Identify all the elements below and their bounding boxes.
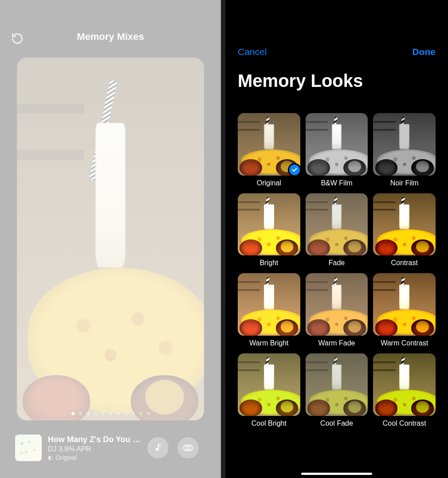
music-artist: DJ 3.9% APR xyxy=(48,445,141,453)
music-look-indicator: ◐ Original xyxy=(48,454,141,461)
look-thumbnail xyxy=(306,193,368,256)
back-button[interactable] xyxy=(10,31,25,46)
look-item[interactable]: B&W Film xyxy=(306,113,368,187)
selected-check-badge xyxy=(288,163,300,176)
look-thumbnail xyxy=(238,353,300,416)
look-item[interactable]: Warm Fade xyxy=(306,273,368,347)
page-dot[interactable] xyxy=(94,412,97,415)
page-dot[interactable] xyxy=(102,412,105,415)
memory-photo xyxy=(17,58,204,420)
music-title: How Many Z's Do You Z In… xyxy=(48,435,141,444)
memory-mixes-title: Memory Mixes xyxy=(77,31,144,43)
look-label: Warm Contrast xyxy=(381,339,428,347)
look-preview-image xyxy=(238,273,300,336)
memory-mixes-screen: Memory Mixes How Many Z's Do You Z In… D… xyxy=(0,0,221,478)
memory-looks-screen: Cancel Done Memory Looks OriginalB&W Fil… xyxy=(225,0,448,478)
filters-icon xyxy=(182,442,194,454)
music-metadata: How Many Z's Do You Z In… DJ 3.9% APR ◐ … xyxy=(48,435,141,461)
look-label: Noir Film xyxy=(390,179,419,187)
page-dot[interactable] xyxy=(132,412,135,415)
cancel-button[interactable]: Cancel xyxy=(238,47,267,57)
page-dot[interactable] xyxy=(109,412,112,415)
look-item[interactable]: Cool Bright xyxy=(238,353,300,427)
home-indicator[interactable] xyxy=(301,473,372,475)
page-dot[interactable] xyxy=(124,412,127,415)
look-item[interactable]: Cool Contrast xyxy=(373,353,436,427)
page-dot[interactable] xyxy=(79,412,82,415)
memory-looks-title: Memory Looks xyxy=(238,71,363,91)
music-bar: How Many Z's Do You Z In… DJ 3.9% APR ◐ … xyxy=(15,430,206,466)
memory-looks-button[interactable] xyxy=(177,437,199,458)
look-thumbnail xyxy=(238,273,300,336)
done-button[interactable]: Done xyxy=(413,47,436,57)
music-look-label: Original xyxy=(55,454,77,461)
look-thumbnail xyxy=(373,273,436,336)
page-dot[interactable] xyxy=(139,412,142,415)
look-thumbnail xyxy=(306,273,368,336)
look-label: Contrast xyxy=(391,259,417,267)
memory-mixes-header: Memory Mixes xyxy=(0,31,221,43)
look-preview-image xyxy=(373,193,436,256)
look-item[interactable]: Contrast xyxy=(373,193,436,267)
look-item[interactable]: Warm Contrast xyxy=(373,273,436,347)
look-thumbnail xyxy=(373,353,436,416)
look-thumbnail xyxy=(306,113,368,176)
album-art[interactable] xyxy=(15,435,42,461)
look-label: B&W Film xyxy=(321,179,352,187)
look-thumbnail xyxy=(306,353,368,416)
look-item[interactable]: Original xyxy=(238,113,300,187)
look-preview-image xyxy=(373,273,436,336)
page-dot[interactable] xyxy=(71,412,75,415)
memory-looks-grid: OriginalB&W FilmNoir FilmBrightFadeContr… xyxy=(238,113,436,466)
memory-looks-nav: Cancel Done xyxy=(238,47,436,57)
look-label: Warm Bright xyxy=(249,339,288,347)
look-label: Cool Contrast xyxy=(383,419,426,427)
look-thumbnail xyxy=(238,113,300,176)
look-label: Warm Fade xyxy=(318,339,355,347)
look-item[interactable]: Cool Fade xyxy=(306,353,368,427)
look-preview-image xyxy=(238,193,300,256)
look-thumbnail xyxy=(238,193,300,256)
look-label: Fade xyxy=(329,259,345,267)
page-dot[interactable] xyxy=(147,412,150,415)
look-preview-image xyxy=(306,193,368,256)
look-label: Original xyxy=(257,179,281,187)
look-preview-image xyxy=(306,113,368,176)
check-icon xyxy=(291,167,298,173)
look-item[interactable]: Fade xyxy=(306,193,368,267)
look-preview-image xyxy=(373,353,436,416)
add-music-button[interactable] xyxy=(147,437,169,458)
page-indicator[interactable] xyxy=(0,412,221,415)
look-preview-image xyxy=(306,273,368,336)
look-item[interactable]: Warm Bright xyxy=(238,273,300,347)
memory-mix-card[interactable] xyxy=(17,58,204,420)
undo-arrow-icon xyxy=(11,32,24,45)
music-plus-icon xyxy=(153,443,163,453)
look-item[interactable]: Noir Film xyxy=(373,113,436,187)
look-item[interactable]: Bright xyxy=(238,193,300,267)
page-dot[interactable] xyxy=(86,412,90,415)
looks-button-highlight xyxy=(170,430,206,466)
look-preview-image xyxy=(373,113,436,176)
look-label: Cool Bright xyxy=(252,419,287,427)
page-dot[interactable] xyxy=(117,412,120,415)
look-thumbnail xyxy=(373,113,436,176)
look-label: Cool Fade xyxy=(320,419,353,427)
look-preview-image xyxy=(238,353,300,416)
filters-small-icon: ◐ xyxy=(48,454,53,461)
look-thumbnail xyxy=(373,193,436,256)
look-preview-image xyxy=(306,353,368,416)
look-label: Bright xyxy=(259,259,278,267)
